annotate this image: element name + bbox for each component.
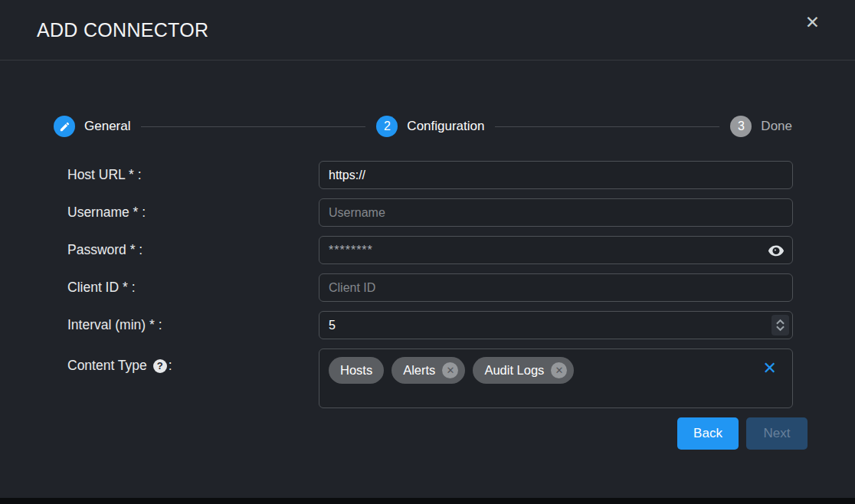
host-url-label: Host URL * : (67, 167, 319, 183)
username-label: Username * : (67, 205, 319, 221)
tag-audit-logs: Audit Logs ✕ (473, 357, 574, 384)
step-general-label: General (84, 119, 130, 134)
interval-stepper-input[interactable] (319, 311, 793, 339)
number-spinner-icon[interactable] (771, 315, 789, 335)
password-row: Password * : (67, 236, 855, 264)
interval-label: Interval (min) * : (67, 317, 319, 333)
username-row: Username * : (67, 198, 855, 227)
password-field[interactable] (319, 236, 793, 264)
step-configuration[interactable]: 2 Configuration (376, 116, 484, 137)
bottom-bar (0, 498, 855, 504)
client-id-field[interactable] (319, 273, 793, 302)
step-done[interactable]: 3 Done (730, 116, 792, 137)
tag-hosts: Hosts (329, 357, 384, 384)
username-field[interactable] (319, 198, 793, 227)
step-done-circle: 3 (730, 116, 752, 137)
step-divider (141, 126, 365, 127)
host-url-input[interactable] (319, 161, 793, 189)
tag-audit-logs-label: Audit Logs (484, 363, 544, 378)
content-type-label-text: Content Type (67, 358, 147, 374)
show-password-eye-icon[interactable] (767, 242, 785, 259)
step-done-label: Done (761, 119, 792, 134)
password-label: Password * : (67, 242, 319, 258)
content-type-multiselect[interactable]: Hosts Alerts ✕ Audit Logs ✕ ✕ (319, 349, 793, 408)
wizard-stepper: General 2 Configuration 3 Done (54, 116, 792, 137)
step-divider (495, 126, 719, 127)
tag-alerts: Alerts ✕ (391, 357, 465, 384)
help-icon[interactable]: ? (153, 359, 167, 373)
back-button[interactable]: Back (677, 417, 739, 450)
content-type-colon: : (169, 358, 172, 374)
interval-row: Interval (min) * : (67, 311, 855, 339)
content-type-row: Content Type ? : Hosts Alerts ✕ Audit Lo… (67, 349, 855, 408)
footer-actions: Back Next (67, 417, 808, 450)
content-type-label: Content Type ? : (67, 349, 319, 374)
host-url-row: Host URL * : (67, 161, 855, 189)
page-title: ADD CONNECTOR (37, 19, 208, 41)
step-configuration-circle: 2 (376, 116, 398, 137)
step-general-circle (54, 116, 75, 137)
close-icon[interactable]: ✕ (805, 14, 820, 31)
step-general[interactable]: General (54, 116, 130, 137)
pencil-icon (59, 121, 70, 133)
clear-all-tags-icon[interactable]: ✕ (763, 360, 777, 377)
client-id-row: Client ID * : (67, 273, 855, 302)
configuration-form: Host URL * : Username * : Password * : C… (0, 161, 855, 450)
client-id-label: Client ID * : (67, 280, 319, 296)
tag-hosts-label: Hosts (340, 363, 372, 378)
tag-audit-logs-remove-icon[interactable]: ✕ (551, 362, 567, 378)
tag-alerts-remove-icon[interactable]: ✕ (442, 362, 458, 378)
step-configuration-label: Configuration (407, 119, 484, 134)
next-button[interactable]: Next (746, 417, 808, 450)
tag-alerts-label: Alerts (403, 363, 435, 378)
modal-header: ADD CONNECTOR ✕ (0, 0, 855, 61)
